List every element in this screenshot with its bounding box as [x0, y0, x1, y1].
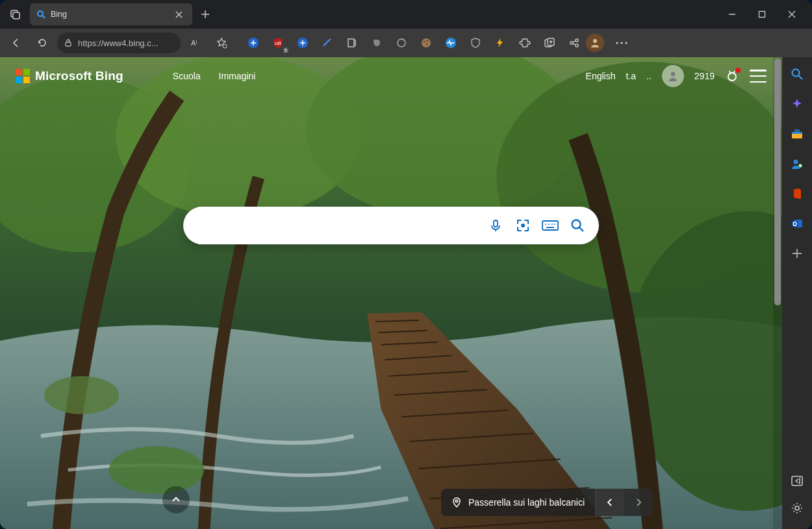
svg-point-16 — [424, 41, 425, 42]
svg-point-23 — [576, 39, 578, 42]
svg-rect-50 — [494, 220, 498, 227]
svg-text:uB: uB — [275, 40, 281, 46]
close-window-button[interactable] — [777, 1, 807, 27]
page-viewport: Microsoft Bing Scuola Immagini English t… — [0, 57, 782, 529]
svg-point-61 — [793, 70, 800, 77]
svg-point-17 — [427, 40, 428, 42]
browser-tab[interactable]: Bing — [30, 3, 192, 25]
background-image — [0, 57, 782, 529]
nav-school[interactable]: Scuola — [173, 71, 201, 81]
account-ellipsis: .. — [646, 71, 652, 81]
svg-point-22 — [570, 42, 573, 44]
site-info-icon[interactable] — [64, 38, 73, 47]
bolt-icon[interactable] — [492, 35, 508, 51]
language-switch[interactable]: English — [586, 71, 616, 81]
cookie-icon[interactable] — [418, 35, 434, 51]
bing-header-right: English t.a .. 2919 — [586, 65, 767, 87]
tab-actions-button[interactable] — [5, 4, 26, 25]
sidebar-collapse-icon[interactable] — [789, 473, 805, 489]
profile-avatar[interactable] — [586, 34, 604, 52]
new-tab-button[interactable] — [195, 4, 216, 25]
collections-button-icon[interactable] — [542, 35, 557, 51]
account-name[interactable]: t.a — [626, 71, 636, 81]
caption-next-button[interactable] — [624, 489, 652, 516]
collections-icon[interactable] — [344, 35, 360, 51]
extension-icon[interactable] — [295, 35, 311, 51]
svg-point-47 — [44, 376, 119, 415]
sidebar-toolbox-icon[interactable] — [789, 126, 805, 142]
sidebar-people-icon[interactable] — [789, 156, 805, 172]
refresh-button[interactable] — [31, 32, 53, 54]
browser-window: Bing https://www4.bing.c... A⁾ uB5 — [0, 0, 812, 529]
image-caption[interactable]: Passerella sui laghi balcanici — [441, 497, 595, 508]
caption-prev-button[interactable] — [595, 489, 624, 516]
sidebar-search-icon[interactable] — [789, 66, 805, 82]
rewards-medal-icon[interactable] — [725, 69, 739, 83]
sidebar-sparkle-icon[interactable] — [789, 96, 805, 112]
evernote-icon[interactable] — [369, 35, 385, 51]
keyboard-icon[interactable] — [542, 217, 559, 234]
svg-rect-71 — [792, 476, 802, 485]
sync-icon[interactable] — [394, 35, 409, 51]
account-avatar[interactable] — [662, 65, 684, 87]
svg-text:A⁾: A⁾ — [191, 39, 197, 47]
tab-strip: Bing — [0, 0, 812, 29]
tab-close-button[interactable] — [171, 7, 186, 21]
search-icon-row — [487, 217, 586, 234]
heartbeat-icon[interactable] — [443, 35, 459, 51]
bing-favicon-icon — [36, 10, 45, 19]
voice-search-icon[interactable] — [487, 217, 504, 234]
caption-text: Passerella sui laghi balcanici — [468, 497, 585, 508]
search-input[interactable] — [199, 207, 478, 244]
svg-point-15 — [422, 38, 431, 47]
image-search-icon[interactable] — [514, 217, 531, 234]
search-box[interactable] — [183, 207, 599, 244]
svg-point-24 — [576, 44, 578, 47]
content-row: Microsoft Bing Scuola Immagini English t… — [0, 57, 812, 529]
shield-icon[interactable] — [468, 35, 483, 51]
sidebar-add-icon[interactable] — [789, 246, 805, 261]
app-menu-button[interactable] — [611, 32, 633, 54]
nav-images[interactable]: Immagini — [219, 71, 256, 81]
bing-logo-text: Microsoft Bing — [35, 69, 123, 83]
extension-icon[interactable] — [246, 35, 261, 51]
quill-icon[interactable] — [320, 35, 335, 51]
svg-point-60 — [455, 500, 458, 502]
bing-logo[interactable]: Microsoft Bing — [16, 69, 123, 83]
ublock-icon[interactable]: uB5 — [270, 35, 286, 51]
sidebar-settings-icon[interactable] — [789, 500, 805, 516]
svg-point-51 — [521, 224, 525, 227]
read-aloud-button[interactable]: A⁾ — [184, 32, 207, 54]
svg-rect-65 — [795, 130, 799, 132]
minimize-button[interactable] — [717, 1, 747, 27]
url-text: https://www4.bing.c... — [78, 38, 159, 48]
svg-point-66 — [794, 160, 798, 164]
favorites-button[interactable] — [210, 32, 233, 54]
share-icon[interactable] — [566, 35, 582, 51]
svg-point-18 — [426, 44, 427, 45]
maximize-button[interactable] — [747, 1, 777, 27]
svg-point-48 — [671, 72, 675, 76]
address-bar[interactable]: https://www4.bing.c... — [57, 32, 181, 53]
svg-point-26 — [616, 42, 618, 44]
svg-point-25 — [593, 39, 597, 43]
sidebar-office-icon[interactable] — [789, 186, 805, 201]
extensions-menu-icon[interactable] — [517, 35, 533, 51]
expand-up-button[interactable] — [162, 486, 190, 513]
edge-sidebar — [782, 57, 812, 529]
sidebar-outlook-icon[interactable] — [789, 216, 805, 231]
bing-header: Microsoft Bing Scuola Immagini English t… — [0, 65, 782, 87]
back-button[interactable] — [5, 32, 27, 54]
browser-toolbar: https://www4.bing.c... A⁾ uB5 — [0, 29, 812, 57]
svg-rect-6 — [66, 42, 71, 46]
svg-line-59 — [579, 227, 583, 231]
menu-button[interactable] — [750, 70, 767, 83]
extensions-row: uB5 — [246, 35, 582, 51]
scrollbar[interactable] — [773, 57, 782, 529]
search-submit-icon[interactable] — [569, 217, 586, 234]
scrollbar-thumb[interactable] — [774, 58, 781, 305]
svg-rect-52 — [542, 221, 558, 230]
bing-nav: Scuola Immagini — [173, 71, 256, 81]
svg-point-73 — [795, 506, 799, 510]
rewards-points[interactable]: 2919 — [694, 71, 715, 81]
